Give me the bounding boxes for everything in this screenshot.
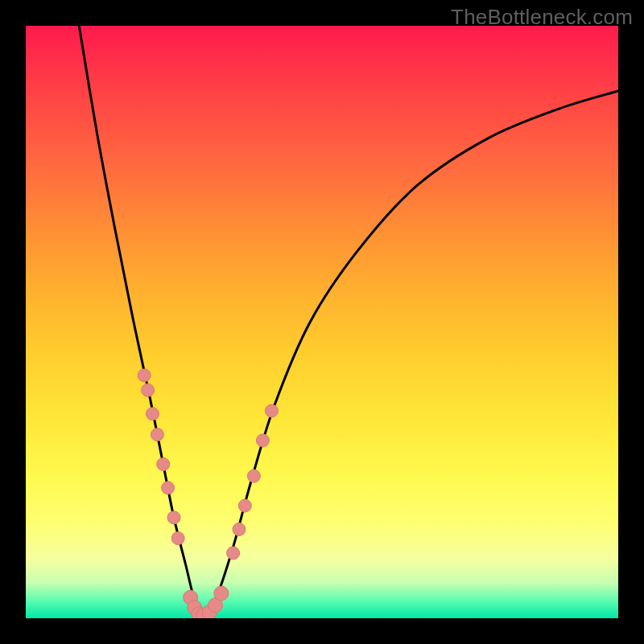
- data-marker: [147, 407, 159, 420]
- data-marker: [162, 481, 175, 494]
- data-marker: [238, 499, 251, 512]
- data-marker: [256, 434, 269, 447]
- data-marker: [214, 586, 229, 601]
- data-marker: [151, 428, 163, 441]
- data-marker: [233, 523, 246, 536]
- data-marker: [265, 404, 278, 417]
- plot-area: [26, 26, 618, 618]
- data-marker: [142, 384, 155, 397]
- data-marker: [167, 511, 180, 524]
- chart-svg: [26, 26, 618, 618]
- chart-frame: TheBottleneck.com: [0, 0, 644, 644]
- data-marker: [227, 547, 240, 559]
- watermark-text: TheBottleneck.com: [451, 5, 633, 30]
- data-marker: [157, 458, 170, 471]
- data-marker: [171, 532, 184, 545]
- data-marker: [247, 469, 260, 482]
- data-marker: [138, 369, 151, 382]
- data-markers: [138, 369, 278, 618]
- bottleneck-curve: [79, 26, 618, 618]
